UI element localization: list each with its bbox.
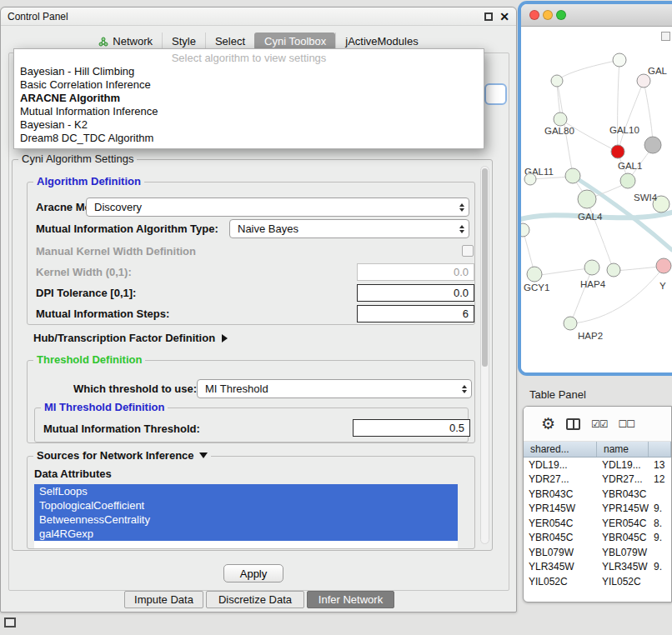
network-node[interactable]	[637, 74, 650, 88]
algorithm-combobox[interactable]	[484, 83, 507, 105]
network-node[interactable]	[524, 173, 536, 185]
network-node[interactable]	[554, 112, 567, 126]
network-edge[interactable]	[534, 268, 590, 276]
manual-kernel-width-label: Manual Kernel Width Definition	[36, 242, 196, 261]
show-columns-icon[interactable]	[566, 418, 580, 430]
network-edge[interactable]	[618, 60, 619, 150]
overview-box[interactable]	[661, 32, 670, 41]
table-row[interactable]: YBR043CYBR043C	[524, 487, 671, 502]
network-node[interactable]	[564, 317, 577, 330]
tab-select[interactable]: Select	[205, 32, 254, 50]
tab-discretize-data[interactable]: Discretize Data	[206, 591, 304, 608]
tab-network[interactable]: Network	[89, 32, 162, 50]
network-window-titlebar[interactable]	[521, 4, 672, 27]
network-canvas-svg: GALGAL80GAL10GAL11GAL1SWI4GAL4GCY1HAP4YH…	[521, 28, 672, 372]
table-cell: YBR043C	[524, 488, 597, 500]
table-row[interactable]: YIL052CYIL052C	[524, 574, 671, 589]
algorithm-option[interactable]: Bayesian - Hill Climbing	[14, 65, 484, 78]
network-edge[interactable]	[574, 268, 664, 323]
table-row[interactable]: YDL19...YDL19...13	[524, 458, 671, 472]
data-attributes-list[interactable]: SelfLoopsTopologicalCoefficientBetweenne…	[34, 484, 458, 548]
table-row[interactable]: YBR045CYBR045C9.	[524, 531, 671, 546]
table-cell: YBL079W	[524, 547, 597, 558]
mi-threshold-field[interactable]: 0.5	[353, 419, 470, 437]
table-settings-gear-icon[interactable]: ⚙	[541, 416, 555, 432]
network-edge[interactable]	[644, 81, 653, 143]
table-panel-title: Table Panel	[529, 388, 586, 401]
apply-button[interactable]: Apply	[223, 564, 283, 582]
select-all-columns-icon[interactable]: ☑☑	[591, 418, 608, 430]
control-panel-tabs: Network Style Select Cyni Toolbox jActiv…	[1, 32, 516, 50]
float-window-icon[interactable]	[484, 12, 493, 21]
mi-threshold-definition-group: MI Threshold Definition Mutual Informati…	[34, 408, 469, 442]
algorithm-option[interactable]: Dream8 DC_TDC Algorithm	[14, 132, 484, 145]
dpi-tolerance-field[interactable]: 0.0	[357, 284, 474, 302]
data-attribute-item[interactable]: gal4RGexp	[34, 527, 458, 541]
tab-cyni-toolbox[interactable]: Cyni Toolbox	[254, 32, 335, 50]
mi-algorithm-type-select[interactable]: Naive Bayes	[229, 219, 469, 238]
mi-steps-field[interactable]: 6	[357, 305, 474, 322]
algorithm-option[interactable]: Mutual Information Inference	[14, 105, 484, 118]
network-node[interactable]	[527, 267, 542, 282]
network-node[interactable]	[620, 173, 635, 188]
network-edge[interactable]	[571, 269, 592, 322]
network-node[interactable]	[521, 223, 529, 237]
scrollbar-thumb[interactable]	[482, 168, 488, 367]
tab-style[interactable]: Style	[162, 32, 205, 50]
table-row[interactable]: YER054CYER054C8.	[524, 516, 671, 531]
table-row[interactable]: YDR27...YDR27...12	[524, 472, 671, 488]
data-attribute-item[interactable]: TopologicalCoefficient	[34, 498, 458, 512]
control-panel-titlebar[interactable]: Control Panel ✕	[1, 8, 516, 26]
settings-scrollbar[interactable]	[480, 166, 489, 544]
which-threshold-select[interactable]: MI Threshold	[197, 379, 472, 398]
network-edge[interactable]	[619, 81, 644, 150]
table-cell: YBR045C	[524, 532, 597, 543]
sources-title: Sources for Network Inference	[37, 449, 194, 462]
network-node[interactable]	[584, 260, 599, 275]
data-attribute-item[interactable]: BetweennessCentrality	[34, 512, 458, 527]
data-attribute-item[interactable]: SelfLoops	[34, 484, 458, 498]
network-node[interactable]	[613, 53, 626, 67]
network-canvas[interactable]: GALGAL80GAL10GAL11GAL1SWI4GAL4GCY1HAP4YH…	[521, 28, 672, 372]
network-node[interactable]	[607, 263, 620, 277]
algorithm-option[interactable]: Bayesian - K2	[14, 118, 484, 132]
network-edge[interactable]	[559, 60, 619, 79]
network-node[interactable]	[611, 145, 624, 158]
hub-transcription-factor-toggle[interactable]: Hub/Transcription Factor Definition	[33, 332, 228, 344]
close-traffic-light[interactable]	[529, 10, 539, 20]
kernel-width-field[interactable]: 0.0	[357, 263, 474, 281]
network-edge[interactable]	[614, 267, 662, 271]
network-node[interactable]	[578, 190, 596, 208]
table-cell: YLR345W	[524, 561, 597, 572]
zoom-traffic-light[interactable]	[556, 10, 566, 20]
network-node[interactable]	[565, 168, 580, 183]
network-node[interactable]	[656, 258, 671, 273]
close-icon[interactable]: ✕	[499, 11, 509, 22]
table-cell: YDR27...	[524, 473, 597, 485]
collapsed-panel-icon[interactable]	[4, 618, 16, 628]
table-row[interactable]: YLR345WYLR345W9.	[524, 560, 671, 575]
cyni-settings-group: Cyni Algorithm Settings Algorithm Defini…	[12, 159, 493, 551]
network-view-window: GALGAL80GAL10GAL11GAL1SWI4GAL4GCY1HAP4YH…	[521, 4, 672, 372]
deselect-all-columns-icon[interactable]: ☐☐	[619, 418, 635, 430]
manual-kernel-width-checkbox[interactable]	[462, 245, 474, 257]
table-row[interactable]: YPR145WYPR145W9.	[524, 502, 671, 517]
column-header-shared-name[interactable]: shared...	[524, 442, 597, 457]
aracne-mode-select[interactable]: Discovery	[86, 198, 469, 217]
network-node[interactable]	[551, 75, 563, 87]
tab-impute-data[interactable]: Impute Data	[124, 591, 203, 608]
column-header-partial[interactable]	[649, 442, 671, 457]
algorithm-option[interactable]: Basic Correlation Inference	[14, 78, 484, 92]
tab-infer-network[interactable]: Infer Network	[307, 591, 394, 608]
expand-right-icon	[222, 334, 228, 342]
dpi-tolerance-label: DPI Tolerance [0,1]:	[36, 283, 136, 302]
minimize-traffic-light[interactable]	[543, 10, 553, 20]
network-node[interactable]	[644, 137, 661, 153]
algorithm-option[interactable]: ARACNE Algorithm	[14, 92, 484, 105]
stepper-icon	[462, 385, 467, 393]
tab-jactivemodules[interactable]: jActiveModules	[335, 32, 427, 50]
table-row[interactable]: YBL079WYBL079W	[524, 545, 671, 560]
sources-toggle[interactable]: Sources for Network Inference	[33, 449, 211, 462]
network-node-label: GAL	[648, 66, 668, 76]
column-header-name[interactable]: name	[597, 442, 649, 457]
